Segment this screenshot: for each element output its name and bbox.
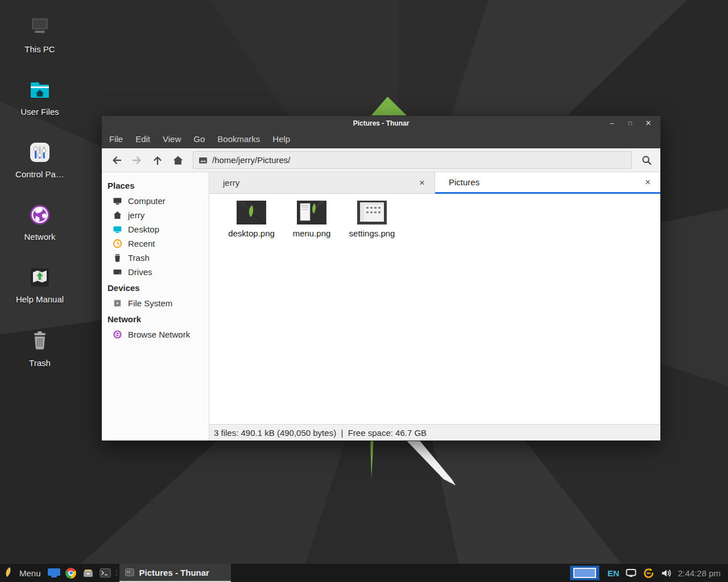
file-desktop-png[interactable]: desktop.png — [224, 201, 279, 238]
computer-icon — [113, 196, 122, 206]
toolbar: /home/jerry/Pictures/ — [102, 148, 660, 172]
menu-button-label: Menu — [19, 568, 41, 578]
desktop-icon-trash[interactable]: Trash — [0, 327, 80, 368]
sidebar-item-desktop[interactable]: Desktop — [102, 222, 209, 236]
wallpaper-white-shard — [404, 441, 456, 485]
tab-label: Pictures — [449, 177, 643, 187]
up-button[interactable] — [147, 151, 168, 170]
sidebar-header-network: Network — [102, 310, 209, 327]
terminal-launcher[interactable] — [98, 566, 112, 580]
update-refresh-icon — [643, 567, 655, 579]
wallpaper-green-sliver — [367, 441, 377, 479]
desktop-icon-network[interactable]: Network — [0, 201, 80, 242]
file-label: desktop.png — [228, 228, 275, 238]
menu-bookmarks[interactable]: Bookmarks — [211, 130, 266, 148]
sidebar-item-label: Recent — [128, 239, 155, 248]
file-settings-png[interactable]: settings.png — [345, 201, 399, 238]
home-icon — [172, 155, 184, 166]
wallpaper-green-triangle — [371, 97, 407, 116]
path-text: /home/jerry/Pictures/ — [212, 155, 291, 165]
main-pane: jerry × Pictures × desktop.png — [209, 172, 660, 440]
taskbar-task-thunar[interactable]: Pictures - Thunar — [119, 564, 231, 582]
menu-help[interactable]: Help — [266, 130, 296, 148]
status-bar: 3 files: 490.1 kB (490,050 bytes) | Free… — [209, 424, 660, 440]
sidebar-item-computer[interactable]: Computer — [102, 194, 209, 208]
sidebar-header-devices: Devices — [102, 279, 209, 296]
sidebar-item-jerry[interactable]: jerry — [102, 208, 209, 222]
menu-view[interactable]: View — [156, 130, 187, 148]
drive-icon — [113, 267, 122, 277]
up-arrow-icon — [152, 155, 163, 166]
help-manual-icon — [26, 264, 53, 291]
display-icon — [626, 568, 636, 577]
sidebar-item-label: Trash — [128, 253, 150, 263]
back-arrow-icon — [111, 155, 122, 166]
sidebar-item-browse-network[interactable]: Browse Network — [102, 327, 209, 342]
sidebar-item-label: Desktop — [128, 225, 159, 234]
update-manager-button[interactable] — [643, 567, 655, 579]
menu-go[interactable]: Go — [187, 130, 211, 148]
desktop-icon-this-pc[interactable]: This PC — [0, 14, 80, 54]
sidebar-item-label: Computer — [128, 196, 166, 206]
window-title: Pictures - Thunar — [102, 119, 660, 127]
menu-file[interactable]: File — [103, 130, 129, 148]
window-controls: – □ ✕ — [607, 119, 660, 127]
sidebar-item-trash[interactable]: Trash — [102, 251, 209, 265]
sidebar-item-label: File System — [128, 298, 172, 308]
trash-icon — [113, 253, 122, 263]
tab-bar: jerry × Pictures × — [209, 172, 660, 194]
file-cabinet-icon — [82, 567, 94, 579]
display-tray-button[interactable] — [626, 568, 636, 577]
sidebar-item-drives[interactable]: Drives — [102, 265, 209, 279]
settings-png-thumbnail — [357, 201, 387, 225]
volume-button[interactable] — [661, 568, 672, 578]
home-button[interactable] — [168, 151, 188, 170]
path-bar[interactable]: /home/jerry/Pictures/ — [193, 151, 632, 169]
show-desktop-icon — [48, 568, 60, 578]
network-globe-icon — [26, 201, 53, 228]
desktop-icon-label: Control Pa… — [15, 169, 64, 179]
home-icon — [113, 210, 122, 220]
control-panel-icon — [26, 139, 53, 166]
menu-png-thumbnail — [297, 201, 326, 225]
window-content: Places Computer jerry Desktop — [102, 172, 660, 440]
tab-close-icon[interactable]: × — [643, 177, 652, 188]
trash-icon — [26, 327, 53, 355]
task-label: Pictures - Thunar — [139, 568, 209, 577]
desktop-icon-help-manual[interactable]: Help Manual — [0, 264, 80, 304]
show-desktop-launcher[interactable] — [47, 566, 61, 580]
chrome-launcher[interactable] — [64, 566, 78, 580]
panel-separator-handle[interactable] — [114, 564, 119, 582]
tab-close-icon[interactable]: × — [417, 177, 427, 189]
status-text: 3 files: 490.1 kB (490,050 bytes) | Free… — [214, 428, 427, 438]
tab-pictures[interactable]: Pictures × — [435, 172, 660, 194]
forward-button[interactable] — [127, 151, 147, 170]
thunar-window: Pictures - Thunar – □ ✕ File Edit View G… — [101, 115, 661, 441]
file-manager-launcher[interactable] — [81, 566, 95, 580]
desktop-icon-user-files[interactable]: User Files — [0, 76, 80, 117]
sidebar-item-recent[interactable]: Recent — [102, 236, 209, 251]
minimize-button[interactable]: – — [607, 119, 617, 127]
tab-jerry[interactable]: jerry × — [209, 172, 435, 194]
sidebar-header-places: Places — [102, 177, 209, 194]
taskbar: Menu Pictures - Thunar — [0, 564, 728, 582]
sidebar-item-file-system[interactable]: File System — [102, 296, 209, 310]
sidebar-item-label: Drives — [128, 267, 152, 277]
back-button[interactable] — [106, 151, 127, 170]
file-menu-png[interactable]: menu.png — [284, 201, 339, 238]
desktop-icon-label: Network — [24, 232, 55, 242]
keyboard-layout-indicator[interactable]: EN — [607, 568, 619, 578]
workspace-switcher[interactable] — [570, 566, 599, 580]
clock[interactable]: 2:44:28 pm — [678, 568, 721, 578]
close-button[interactable]: ✕ — [643, 119, 653, 127]
desktop-icon-control-panel[interactable]: Control Pa… — [0, 139, 80, 179]
sidebar-item-label: Browse Network — [128, 330, 190, 339]
speaker-icon — [661, 568, 672, 578]
search-button[interactable] — [636, 151, 657, 170]
titlebar[interactable]: Pictures - Thunar – □ ✕ — [102, 116, 660, 130]
maximize-button[interactable]: □ — [625, 120, 635, 126]
applications-menu-button[interactable]: Menu — [0, 567, 46, 579]
chrome-icon — [65, 568, 76, 579]
menu-edit[interactable]: Edit — [129, 130, 156, 148]
sidebar: Places Computer jerry Desktop — [102, 172, 209, 440]
